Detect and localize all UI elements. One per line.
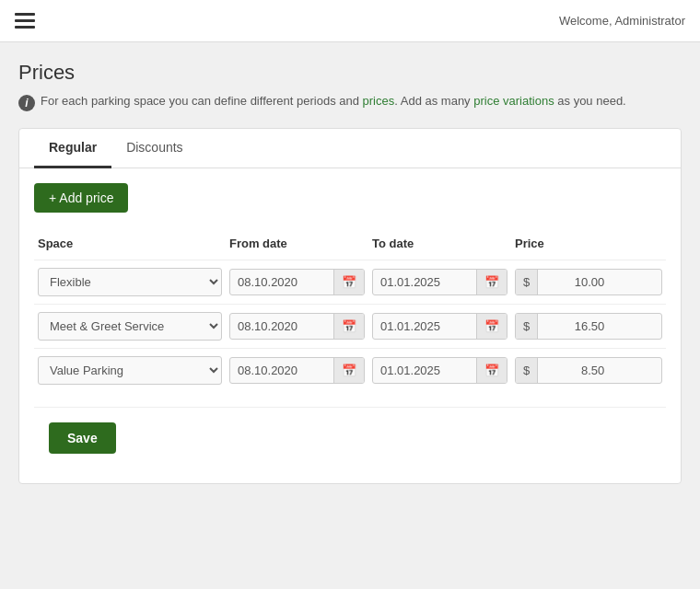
info-link-variations[interactable]: price variations: [473, 94, 554, 108]
save-button[interactable]: Save: [49, 422, 116, 454]
currency-symbol-1: $: [516, 270, 538, 294]
price-field-2: $: [515, 313, 662, 340]
to-date-calendar-icon-3[interactable]: 📅: [476, 358, 507, 383]
price-table: Space From date To date Price Flexible M…: [34, 231, 666, 392]
table-header: Space From date To date Price: [34, 231, 666, 256]
card-footer: Save: [34, 407, 666, 468]
price-field-3: $: [515, 357, 662, 384]
page-title: Prices: [18, 61, 682, 85]
menu-icon[interactable]: [15, 13, 35, 29]
table-row: Flexible Meet & Greet Service Value Park…: [34, 348, 666, 392]
col-space: Space: [38, 237, 222, 250]
from-date-input-3[interactable]: [230, 358, 333, 383]
currency-symbol-3: $: [516, 358, 538, 383]
info-icon: i: [18, 95, 35, 111]
add-price-button[interactable]: + Add price: [34, 183, 128, 213]
from-date-input-1[interactable]: [230, 270, 333, 294]
tab-discounts[interactable]: Discounts: [111, 129, 197, 168]
tabs-bar: Regular Discounts: [19, 129, 681, 168]
to-date-field-3: 📅: [372, 357, 508, 384]
from-date-field-1: 📅: [229, 269, 365, 295]
price-input-1[interactable]: [538, 270, 612, 294]
currency-symbol-2: $: [516, 314, 538, 339]
tab-regular[interactable]: Regular: [34, 129, 111, 168]
to-date-field-1: 📅: [372, 269, 508, 295]
welcome-text: Welcome, Administrator: [559, 14, 685, 28]
col-from-date: From date: [229, 237, 365, 250]
info-link-prices[interactable]: prices: [363, 94, 395, 108]
card-body: + Add price Space From date To date Pric…: [19, 168, 681, 483]
to-date-calendar-icon-2[interactable]: 📅: [476, 314, 507, 339]
price-input-3[interactable]: [538, 358, 612, 383]
from-date-field-2: 📅: [229, 313, 365, 340]
to-date-input-2[interactable]: [373, 314, 476, 339]
info-text: For each parking space you can define di…: [41, 94, 626, 108]
from-date-calendar-icon-3[interactable]: 📅: [333, 358, 364, 383]
table-row: Flexible Meet & Greet Service Value Park…: [34, 304, 666, 348]
to-date-input-1[interactable]: [373, 270, 476, 294]
from-date-input-2[interactable]: [230, 314, 333, 339]
page-content: Prices i For each parking space you can …: [0, 42, 700, 502]
from-date-calendar-icon-2[interactable]: 📅: [333, 314, 364, 339]
prices-card: Regular Discounts + Add price Space From…: [18, 128, 682, 484]
price-input-2[interactable]: [538, 314, 612, 339]
info-bar: i For each parking space you can define …: [18, 94, 682, 111]
table-row: Flexible Meet & Greet Service Value Park…: [34, 260, 666, 304]
to-date-input-3[interactable]: [373, 358, 476, 383]
space-select-2[interactable]: Flexible Meet & Greet Service Value Park…: [38, 312, 222, 341]
to-date-field-2: 📅: [372, 313, 508, 340]
to-date-calendar-icon-1[interactable]: 📅: [476, 270, 507, 294]
space-select-3[interactable]: Flexible Meet & Greet Service Value Park…: [38, 356, 222, 385]
space-select-1[interactable]: Flexible Meet & Greet Service Value Park…: [38, 268, 222, 296]
price-field-1: $: [515, 269, 662, 295]
from-date-field-3: 📅: [229, 357, 365, 384]
col-to-date: To date: [372, 237, 508, 250]
col-price: Price: [515, 237, 662, 250]
header: Welcome, Administrator: [0, 0, 700, 42]
from-date-calendar-icon-1[interactable]: 📅: [333, 270, 364, 294]
